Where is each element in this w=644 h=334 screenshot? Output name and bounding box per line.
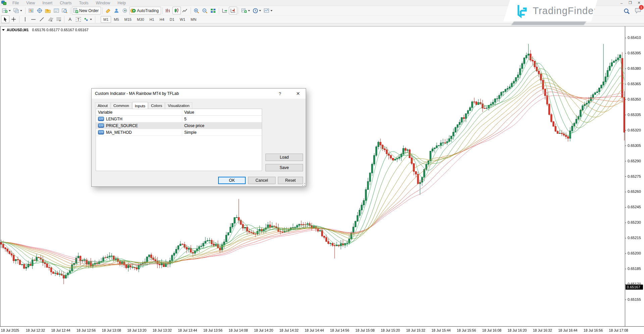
text-label-button[interactable]: T [74, 15, 83, 23]
variable-value[interactable]: 5 [182, 117, 262, 121]
menu-charts[interactable]: Charts [56, 0, 75, 6]
tradingfinder-brand-text: TradingFinder [533, 5, 597, 16]
profiles-button[interactable] [12, 7, 24, 14]
new-chart-button[interactable] [1, 7, 12, 14]
menu-view[interactable]: View [22, 0, 39, 6]
community-button[interactable] [112, 7, 121, 14]
autotrading-label: AutoTrading [137, 8, 159, 13]
new-order-label: New Order [79, 8, 99, 13]
menu-window[interactable]: Window [92, 0, 114, 6]
trendline-button[interactable] [38, 15, 46, 23]
vertical-line-button[interactable] [21, 15, 29, 23]
timeframe-mn[interactable]: MN [188, 16, 199, 23]
timeframe-m1[interactable]: M1 [101, 16, 111, 23]
tradingfinder-watermark: TradingFinder [503, 0, 597, 21]
titlebar-quick-icons: 1 [624, 7, 641, 15]
text-tool-button[interactable]: A [66, 15, 74, 23]
variable-name: MA_METHOD [106, 130, 132, 135]
sound-button[interactable] [121, 7, 129, 14]
chart-symbol-header: AUDUSD,M1 0.65176 0.65177 0.65167 0.6516… [2, 28, 89, 32]
timeframe-d1[interactable]: D1 [167, 16, 177, 23]
ok-button[interactable]: OK [218, 177, 246, 184]
zoom-in-button[interactable] [192, 7, 201, 14]
menu-help[interactable]: Help [114, 0, 130, 6]
mt4-application: File View Insert Charts Tools Window Hel… [0, 0, 644, 334]
templates-button[interactable] [263, 7, 274, 14]
notification-badge: 1 [639, 5, 644, 10]
auto-scroll-button[interactable] [220, 7, 229, 14]
horizontal-line-button[interactable] [29, 15, 38, 23]
menu-tools[interactable]: Tools [76, 0, 92, 6]
tab-inputs[interactable]: Inputs [132, 102, 148, 109]
bar-chart-button[interactable] [164, 7, 172, 14]
chevron-down-icon [9, 10, 11, 11]
help-icon[interactable]: ? [274, 89, 286, 99]
chevron-down-icon [90, 19, 92, 20]
navigator-button[interactable] [44, 7, 52, 14]
tab-visualization[interactable]: Visualization [165, 102, 192, 109]
column-header-value[interactable]: Value [182, 110, 262, 115]
svg-text:E: E [51, 20, 52, 22]
terminal-button[interactable] [52, 7, 60, 14]
search-icon[interactable] [624, 8, 630, 14]
timeframe-h1[interactable]: H1 [147, 16, 157, 23]
cancel-button[interactable]: Cancel [248, 177, 276, 184]
chat-icon[interactable]: 1 [635, 7, 641, 15]
label-tool-glyph: T [76, 17, 81, 22]
load-button[interactable]: Load [265, 154, 303, 161]
variable-value[interactable]: Simple [182, 130, 262, 135]
crosshair-button[interactable] [9, 15, 18, 23]
fibonacci-button[interactable]: F [54, 15, 63, 23]
metaeditor-button[interactable] [104, 7, 112, 14]
chevron-down-icon[interactable] [2, 29, 5, 31]
variable-name: LENGTH [106, 117, 122, 121]
equidistant-channel-button[interactable]: E [46, 15, 54, 23]
table-row-price-source[interactable]: 123PRICE_SOURCE Close price [96, 122, 262, 129]
data-window-button[interactable] [35, 7, 44, 14]
market-watch-button[interactable] [27, 7, 35, 14]
table-row-length[interactable]: 123LENGTH 5 [96, 116, 262, 122]
strategy-tester-button[interactable] [60, 7, 69, 14]
cursor-button[interactable] [1, 15, 9, 23]
arrows-tool-button[interactable] [83, 15, 94, 23]
text-tool-glyph: A [68, 17, 71, 22]
restore-icon[interactable]: ❐ [626, 0, 635, 6]
timeframe-h4[interactable]: H4 [157, 16, 167, 23]
chevron-down-icon [20, 10, 22, 11]
save-button[interactable]: Save [265, 164, 303, 171]
menu-insert[interactable]: Insert [39, 0, 56, 6]
chart-shift-button[interactable] [229, 7, 237, 14]
dialog-titlebar[interactable]: Custom Indicator - MA Rainbow MT4 by TFL… [92, 89, 306, 99]
minimize-icon[interactable]: – [617, 0, 626, 6]
tab-colors[interactable]: Colors [148, 102, 165, 109]
indicators-button[interactable] [240, 7, 252, 14]
numeric-input-icon: 123 [98, 123, 104, 128]
timeframe-m15[interactable]: M15 [122, 16, 134, 23]
timeframe-m5[interactable]: M5 [111, 16, 121, 23]
svg-text:F: F [59, 20, 61, 22]
chevron-down-icon [259, 10, 261, 11]
table-row-ma-method[interactable]: 123MA_METHOD Simple [96, 129, 262, 136]
column-header-variable[interactable]: Variable [96, 109, 182, 115]
timeframe-w1[interactable]: W1 [177, 16, 188, 23]
timeframe-m30[interactable]: M30 [134, 16, 147, 23]
variable-value[interactable]: Close price [182, 123, 262, 128]
candlestick-chart-button[interactable] [172, 7, 181, 14]
zoom-out-button[interactable] [201, 7, 209, 14]
close-icon[interactable]: ✕ [292, 89, 304, 99]
line-chart-button[interactable] [181, 7, 189, 14]
window-controls: – ❐ ✕ [617, 0, 643, 6]
chevron-down-icon [270, 10, 273, 11]
menu-file[interactable]: File [9, 0, 22, 6]
periods-button[interactable] [252, 7, 263, 14]
variable-name: PRICE_SOURCE [106, 123, 138, 128]
resize-grip[interactable] [302, 183, 305, 186]
reset-button[interactable]: Reset [278, 177, 303, 184]
chart-symbol-label: AUDUSD,M1 [7, 28, 29, 32]
tile-windows-button[interactable] [209, 7, 217, 14]
tab-common[interactable]: Common [111, 102, 132, 109]
numeric-input-icon: 123 [98, 117, 104, 121]
tab-about[interactable]: About [95, 102, 110, 109]
autotrading-button[interactable]: AutoTrading [129, 7, 161, 14]
new-order-button[interactable]: New Order [72, 7, 101, 14]
